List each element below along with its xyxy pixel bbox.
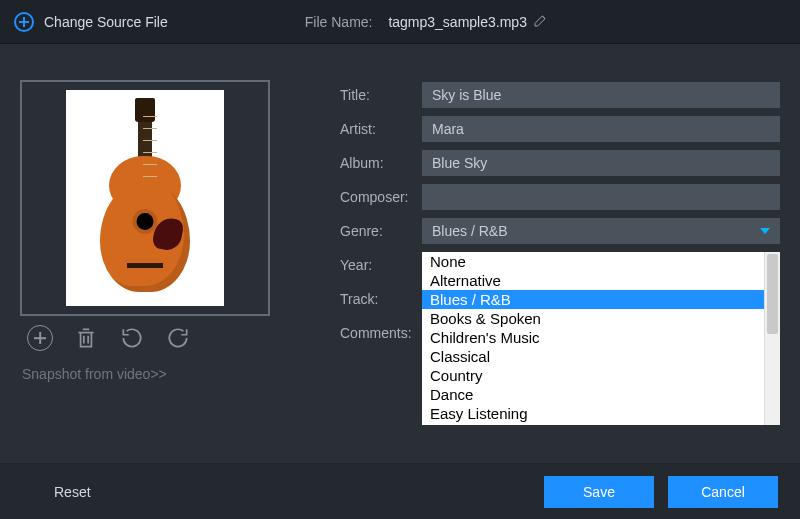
row-album: Album: — [340, 148, 780, 178]
label-genre: Genre: — [340, 223, 422, 239]
app-root: Change Source File File Name: tagmp3_sam… — [0, 0, 800, 519]
cancel-button[interactable]: Cancel — [668, 476, 778, 508]
artwork-column: Snapshot from video>> — [20, 80, 300, 463]
label-title: Title: — [340, 87, 422, 103]
label-album: Album: — [340, 155, 422, 171]
label-track: Track: — [340, 291, 422, 307]
genre-option[interactable]: Easy Listening — [422, 404, 764, 423]
artwork-actions — [20, 316, 300, 360]
composer-field[interactable] — [422, 184, 780, 210]
rotate-ccw-icon — [119, 325, 145, 351]
change-source-button[interactable]: Change Source File — [14, 12, 168, 32]
genre-select[interactable]: Blues / R&B — [422, 218, 780, 244]
dropdown-scrollbar[interactable] — [764, 252, 780, 425]
genre-option[interactable]: Electronic — [422, 423, 764, 425]
row-artist: Artist: — [340, 114, 780, 144]
genre-option[interactable]: Dance — [422, 385, 764, 404]
metadata-form: Title: Artist: Album: Composer: Genre: B… — [300, 80, 780, 463]
file-name-display: File Name: tagmp3_sample3.mp3 — [168, 12, 686, 31]
artwork-frame — [20, 80, 270, 316]
label-comments: Comments: — [340, 325, 422, 341]
change-source-label: Change Source File — [44, 14, 168, 30]
scrollbar-thumb[interactable] — [767, 254, 778, 334]
rotate-cw-icon — [165, 325, 191, 351]
main-area: Snapshot from video>> Title: Artist: Alb… — [0, 44, 800, 463]
trash-icon — [73, 325, 99, 351]
genre-option[interactable]: Children's Music — [422, 328, 764, 347]
reset-button[interactable]: Reset — [54, 476, 91, 508]
row-composer: Composer: — [340, 182, 780, 212]
add-artwork-button[interactable] — [26, 324, 54, 352]
rotate-left-button[interactable] — [118, 324, 146, 352]
genre-option[interactable]: Classical — [422, 347, 764, 366]
snapshot-from-video-link[interactable]: Snapshot from video>> — [20, 360, 300, 388]
genre-option[interactable]: Country — [422, 366, 764, 385]
label-composer: Composer: — [340, 189, 422, 205]
label-year: Year: — [340, 257, 422, 273]
guitar-illustration — [90, 98, 200, 298]
footer-bar: Reset Save Cancel — [0, 463, 800, 519]
genre-option[interactable]: Books & Spoken — [422, 309, 764, 328]
genre-option-list: NoneAlternativeBlues / R&BBooks & Spoken… — [422, 252, 764, 425]
header-bar: Change Source File File Name: tagmp3_sam… — [0, 0, 800, 44]
plus-icon — [14, 12, 34, 32]
genre-dropdown[interactable]: NoneAlternativeBlues / R&BBooks & Spoken… — [422, 252, 780, 425]
pencil-icon — [533, 12, 549, 28]
title-field[interactable] — [422, 82, 780, 108]
genre-option[interactable]: Alternative — [422, 271, 764, 290]
file-name-label: File Name: — [305, 14, 373, 30]
chevron-down-icon — [760, 223, 770, 239]
file-name-value: tagmp3_sample3.mp3 — [388, 14, 527, 30]
genre-option[interactable]: Blues / R&B — [422, 290, 764, 309]
genre-option[interactable]: None — [422, 252, 764, 271]
save-button[interactable]: Save — [544, 476, 654, 508]
row-genre: Genre: Blues / R&B — [340, 216, 780, 246]
genre-selected-value: Blues / R&B — [432, 223, 507, 239]
artist-field[interactable] — [422, 116, 780, 142]
label-artist: Artist: — [340, 121, 422, 137]
delete-artwork-button[interactable] — [72, 324, 100, 352]
rotate-right-button[interactable] — [164, 324, 192, 352]
plus-circle-icon — [27, 325, 53, 351]
album-field[interactable] — [422, 150, 780, 176]
row-title: Title: — [340, 80, 780, 110]
edit-filename-button[interactable] — [533, 12, 549, 31]
artwork-image[interactable] — [66, 90, 224, 306]
